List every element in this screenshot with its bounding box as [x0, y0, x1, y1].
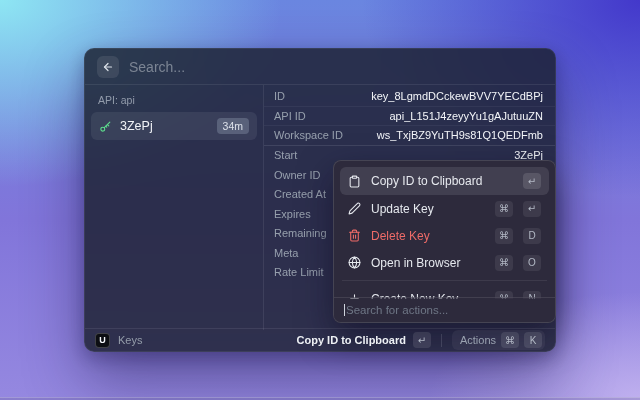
detail-value: key_8LgmdDCckewBVV7YECdBPj	[285, 90, 543, 102]
actions-menu: Copy ID to Clipboard ↵ Update Key ⌘ ↵	[333, 160, 556, 323]
cmd-key-badge: ⌘	[495, 228, 513, 244]
result-item-badge: 34m	[217, 118, 249, 134]
footer-actions: Copy ID to Clipboard ↵ Actions ⌘ K	[297, 330, 545, 350]
enter-key-badge: ↵	[413, 332, 431, 348]
d-key-badge: D	[523, 228, 541, 244]
menu-divider	[342, 280, 547, 281]
arrow-left-icon	[102, 61, 114, 73]
detail-label: Expires	[274, 208, 311, 220]
detail-row-api-id: API ID api_L151J4zeyyYu1gAJutuuZN	[264, 107, 555, 127]
menu-item-label: Update Key	[371, 202, 485, 216]
k-key-badge: K	[524, 332, 542, 348]
command-palette-dialog: API: api 3ZePj 34m ID key_8LgmdDCckewBV	[84, 48, 556, 352]
menu-item-open-in-browser[interactable]: Open in Browser ⌘ O	[340, 249, 549, 276]
actions-search-bar	[334, 297, 555, 322]
globe-icon	[348, 256, 361, 269]
actions-menu-list: Copy ID to Clipboard ↵ Update Key ⌘ ↵	[334, 161, 555, 299]
footer-divider	[441, 334, 442, 347]
unkey-logo: U	[95, 333, 110, 348]
detail-value: api_L151J4zeyyYu1gAJutuuZN	[306, 110, 543, 122]
detail-label: Meta	[274, 247, 298, 259]
back-button[interactable]	[97, 56, 119, 78]
cmd-key-badge: ⌘	[495, 201, 513, 217]
clipboard-icon	[348, 175, 361, 188]
dialog-footer: U Keys Copy ID to Clipboard ↵ Actions ⌘ …	[85, 328, 555, 351]
detail-label: Remaining	[274, 227, 327, 239]
actions-search-input[interactable]	[346, 304, 545, 316]
actions-button-label: Actions	[460, 334, 496, 346]
detail-label: Workspace ID	[274, 129, 343, 141]
menu-item-label: Open in Browser	[371, 256, 485, 270]
pencil-icon	[348, 202, 361, 215]
detail-row-id: ID key_8LgmdDCckewBVV7YECdBPj	[264, 87, 555, 107]
cmd-key-badge: ⌘	[501, 332, 519, 348]
detail-label: Start	[274, 149, 297, 161]
search-bar	[85, 49, 555, 85]
detail-label: ID	[274, 90, 285, 102]
text-caret	[344, 304, 345, 316]
search-input[interactable]	[129, 59, 543, 75]
key-icon	[99, 120, 112, 133]
detail-value: ws_TxjBZ9YuTH9s81Q1QEDFmb	[343, 129, 543, 141]
trash-icon	[348, 229, 361, 242]
result-item-label: 3ZePj	[120, 119, 209, 133]
detail-label: Owner ID	[274, 169, 320, 181]
cmd-key-badge: ⌘	[495, 255, 513, 271]
menu-item-label: Copy ID to Clipboard	[371, 174, 513, 188]
detail-label: Rate Limit	[274, 266, 324, 278]
o-key-badge: O	[523, 255, 541, 271]
results-group-label: API: api	[91, 92, 257, 112]
detail-label: API ID	[274, 110, 306, 122]
result-item-key[interactable]: 3ZePj 34m	[91, 112, 257, 140]
results-sidebar: API: api 3ZePj 34m	[85, 85, 264, 330]
enter-key-badge: ↵	[523, 173, 541, 189]
menu-item-label: Delete Key	[371, 229, 485, 243]
menu-item-copy-id[interactable]: Copy ID to Clipboard ↵	[340, 167, 549, 195]
context-label: Keys	[118, 334, 142, 346]
detail-label: Created At	[274, 188, 326, 200]
menu-item-update-key[interactable]: Update Key ⌘ ↵	[340, 195, 549, 222]
enter-key-badge: ↵	[523, 201, 541, 217]
menu-item-delete-key[interactable]: Delete Key ⌘ D	[340, 222, 549, 249]
actions-button[interactable]: Actions ⌘ K	[452, 330, 545, 350]
primary-action-label[interactable]: Copy ID to Clipboard	[297, 334, 406, 346]
detail-row-workspace-id: Workspace ID ws_TxjBZ9YuTH9s81Q1QEDFmb	[264, 126, 555, 146]
